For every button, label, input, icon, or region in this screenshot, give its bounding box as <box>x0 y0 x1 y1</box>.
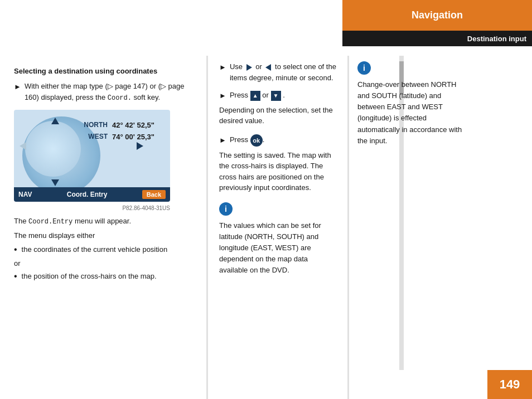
mid-body-1: Depending on the selection, set the desi… <box>219 105 336 126</box>
ok-icon: ok <box>250 134 263 147</box>
dot-1: • <box>14 244 17 256</box>
dot-2: • <box>14 271 17 283</box>
mid-bullet-1-text: Use or to select one of the items degree… <box>230 61 336 83</box>
nav-bar-nav-label: NAV <box>18 191 32 198</box>
mid-bullet-2: ► Press ▲ or ▼ . <box>219 90 336 101</box>
right-column: i Change-over between NORTH and SOUTH (l… <box>349 56 472 399</box>
image-caption: P82.86-4048-31US <box>14 205 170 211</box>
body-text-1: The Coord.Entry menu will appear. <box>14 216 192 227</box>
west-val: 74° 00' 25,3" <box>112 133 154 141</box>
mid-arrow-2: ► <box>219 90 226 101</box>
back-button[interactable]: Back <box>142 190 166 199</box>
mid-info-box: i The values which can be set for latitu… <box>219 202 336 276</box>
bullet-1-text: With either the map type (▷ page 147) or… <box>25 81 192 103</box>
nav-title: Navigation <box>412 9 463 21</box>
mid-info-text: The values which can be set for latitude… <box>219 220 336 276</box>
compass-arrow-down <box>51 179 59 186</box>
down-button[interactable]: ▼ <box>271 91 281 101</box>
play-right-icon <box>246 64 252 71</box>
up-button[interactable]: ▲ <box>250 91 260 101</box>
dot-item-2: • the position of the cross-hairs on the… <box>14 271 192 283</box>
mid-bullet-1: ► Use or to select one of the items degr… <box>219 61 336 83</box>
car-display: NORTH 42° 42' 52,5" WEST 74° 00' 25,3" N… <box>14 110 170 202</box>
mid-bullet-3: ► Press ok. <box>219 134 336 147</box>
north-val: 42° 42' 52,5" <box>112 121 154 129</box>
right-info-icon: i <box>357 61 371 75</box>
or-text-left: or <box>14 259 192 267</box>
coord-entry-code: Coord.Entry <box>28 218 72 226</box>
mid-info-icon: i <box>219 202 233 216</box>
nav-bar-entry-label: Coord. Entry <box>32 191 142 198</box>
bullet-item-1: ► With either the map type (▷ page 147) … <box>14 81 192 103</box>
right-info-text: Change-over between NORTH and SOUTH (lat… <box>357 79 463 147</box>
right-info-box: i Change-over between NORTH and SOUTH (l… <box>357 61 463 147</box>
coord-code: Coord. <box>108 94 132 102</box>
dot-item-1: • the coordinates of the current vehicle… <box>14 244 192 256</box>
dot-1-text: the coordinates of the current vehicle p… <box>22 244 168 255</box>
compass-arrow-up <box>51 118 59 124</box>
dot-2-text: the position of the cross-hairs on the m… <box>22 271 157 282</box>
coord-labels: NORTH 42° 42' 52,5" WEST 74° 00' 25,3" <box>81 121 154 144</box>
west-label: WEST <box>81 133 108 140</box>
play-left-icon <box>265 64 271 71</box>
left-column: Selecting a destination using coordinate… <box>0 56 206 399</box>
mid-column: ► Use or to select one of the items degr… <box>208 56 347 399</box>
content-area: Selecting a destination using coordinate… <box>0 56 532 399</box>
compass-arrow-left <box>20 142 26 150</box>
section-title: Selecting a destination using coordinate… <box>14 67 192 75</box>
north-label: NORTH <box>81 121 108 129</box>
nav-bar: NAV Coord. Entry Back <box>14 187 170 202</box>
bullet-arrow-1: ► <box>14 81 21 93</box>
mid-arrow-1: ► <box>219 62 226 73</box>
mid-arrow-3: ► <box>219 135 226 146</box>
mid-bullet-3-text: Press ok. <box>230 134 264 147</box>
compass-inner <box>25 121 81 177</box>
mid-body-2: The setting is saved. The map with the c… <box>219 150 336 193</box>
nav-header-bar: Navigation <box>342 0 532 31</box>
dest-title: Destination input <box>467 35 526 43</box>
body-text-2: The menu displays either <box>14 230 192 241</box>
mid-bullet-2-text: Press ▲ or ▼ . <box>230 90 285 101</box>
dest-header-bar: Destination input <box>342 31 532 46</box>
west-row: WEST 74° 00' 25,3" <box>81 133 154 141</box>
north-row: NORTH 42° 42' 52,5" <box>81 121 154 129</box>
